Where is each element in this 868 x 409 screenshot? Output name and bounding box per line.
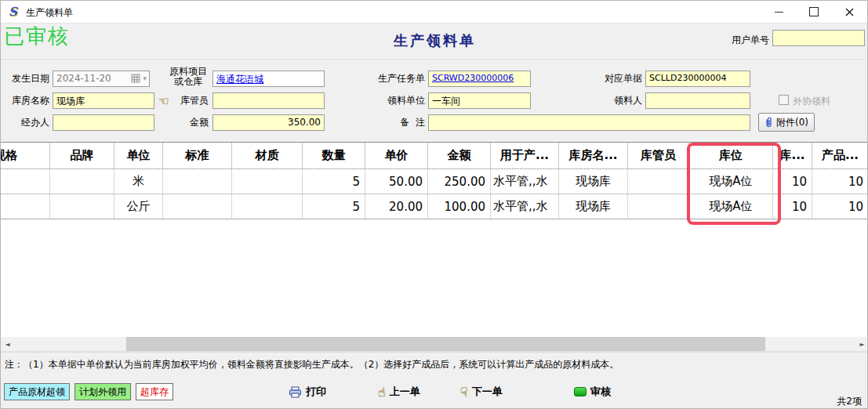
requisition-unit-input[interactable]: 一车间 [428, 92, 531, 109]
material-project-input[interactable]: 海通花语城 [212, 71, 325, 87]
production-requisition-window: S 生产领料单 已审核 生产领料单 用户单号 发生日期 2024-11-20 ▾… [0, 0, 868, 409]
approve-icon [574, 387, 587, 396]
table-row[interactable]: 米550.00250.00水平管,,水现场库现场A位1010 [1, 169, 868, 194]
maximize-button[interactable] [801, 1, 826, 23]
picker-input[interactable] [645, 92, 750, 109]
cell-location[interactable]: 现场A位 [689, 169, 773, 194]
column-header-keeper: 库管员 [628, 143, 689, 168]
column-header-unit: 单位 [114, 143, 163, 168]
header-divider [1, 60, 868, 61]
scrollbar-thumb[interactable] [126, 337, 765, 351]
cell-qty[interactable]: 5 [303, 194, 365, 219]
cell-qty[interactable]: 5 [303, 169, 365, 194]
next-doc-button[interactable]: ☟ 下一单 [460, 382, 503, 401]
close-button[interactable] [837, 1, 862, 23]
cell-product[interactable]: 10 [812, 169, 868, 194]
attachment-button[interactable]: 附件(0) [758, 113, 815, 132]
note-text: 注：（1）本单据中单价默认为当前库房加权平均价，领料金额将直接影响生产成本。（2… [5, 358, 619, 371]
scroll-left-button[interactable]: ◄ [1, 337, 14, 351]
previous-doc-button[interactable]: ☝ 上一单 [378, 382, 420, 401]
column-header-used_for: 用于产... [491, 143, 559, 168]
material-project-link[interactable]: 海通花语城 [216, 74, 263, 85]
cell-price[interactable]: 50.00 [365, 169, 428, 194]
warehouse-name-label: 库房名称 [1, 95, 49, 107]
warehouse-name-input[interactable]: 现场库 [53, 92, 154, 109]
issue-date-label: 发生日期 [1, 73, 49, 85]
cell-unit[interactable]: 米 [114, 169, 163, 194]
material-project-label-line2: 或仓库 [166, 77, 210, 87]
table-row[interactable]: 公斤520.00100.00水平管,,水现场库现场A位1010 [1, 194, 868, 219]
legend-over-stock[interactable]: 超库存 [136, 383, 173, 400]
cell-amount[interactable]: 100.00 [428, 194, 491, 219]
task-order-input[interactable]: SCRWD230000006 [428, 71, 531, 87]
related-doc-label: 对应单据 [592, 73, 642, 85]
task-order-link[interactable]: SCRWD230000006 [432, 73, 514, 83]
cell-material[interactable] [232, 169, 303, 194]
table-body: 米550.00250.00水平管,,水现场库现场A位1010公斤520.0010… [1, 169, 868, 219]
cell-warehouse[interactable]: 现场库 [559, 194, 628, 219]
scroll-right-icon: ► [859, 341, 864, 348]
legend-product-material-overdraw[interactable]: 产品原材超领 [4, 383, 70, 400]
scroll-right-button[interactable]: ► [855, 337, 868, 351]
column-header-location: 库位 [689, 143, 773, 168]
approve-button[interactable]: 审核 [574, 382, 611, 401]
cell-standard[interactable] [163, 194, 232, 219]
user-no-label: 用户单号 [728, 34, 769, 46]
outsource-checkbox[interactable] [779, 95, 789, 105]
date-dropdown-icon[interactable]: ▾ [143, 74, 147, 82]
amount-input[interactable]: 350.00 [212, 114, 325, 131]
print-button[interactable]: 打印 [289, 382, 326, 401]
next-doc-label: 下一单 [472, 385, 503, 399]
column-header-price: 单价 [365, 143, 428, 168]
previous-doc-label: 上一单 [390, 385, 420, 399]
cell-brand[interactable] [50, 169, 114, 194]
column-header-material: 材质 [232, 143, 303, 168]
print-label: 打印 [306, 385, 326, 399]
column-header-amount: 金额 [428, 143, 491, 168]
cell-material[interactable] [232, 194, 303, 219]
handler-input[interactable] [53, 114, 154, 131]
requisition-unit-label: 领料单位 [362, 95, 425, 107]
warehouse-keeper-label: 库管员 [173, 95, 209, 107]
hand-up-icon: ☝ [378, 385, 386, 400]
cell-unit[interactable]: 公斤 [114, 194, 163, 219]
minimize-button[interactable] [766, 1, 791, 23]
legend-unplanned-requisition[interactable]: 计划外领用 [74, 383, 131, 400]
horizontal-scrollbar[interactable]: ◄ ► [1, 337, 868, 352]
cell-brand[interactable] [50, 194, 114, 219]
printer-icon [289, 386, 302, 398]
cell-product[interactable]: 10 [812, 194, 868, 219]
cell-keeper[interactable] [628, 194, 689, 219]
cell-amount[interactable]: 250.00 [428, 169, 491, 194]
item-count: 共2项 [837, 395, 862, 408]
cell-location[interactable]: 现场A位 [689, 194, 773, 219]
cell-stock[interactable]: 10 [773, 194, 812, 219]
cell-keeper[interactable] [628, 169, 689, 194]
hand-pointer-left-icon[interactable]: ☜ [158, 94, 169, 108]
items-table: 规格品牌单位标准材质数量单价金额用于产...库房名...库管员库位库...产品.… [1, 142, 868, 337]
cell-spec[interactable] [1, 169, 50, 194]
column-header-qty: 数量 [303, 143, 365, 168]
hand-down-icon: ☟ [460, 385, 468, 400]
warehouse-keeper-input[interactable] [212, 92, 325, 109]
cell-spec[interactable] [1, 194, 50, 219]
cell-stock[interactable]: 10 [773, 169, 812, 194]
material-project-label: 原料项目 或仓库 [166, 67, 210, 87]
task-order-label: 生产任务单 [362, 73, 425, 85]
table-header-row: 规格品牌单位标准材质数量单价金额用于产...库房名...库管员库位库...产品.… [1, 143, 868, 169]
close-icon [845, 8, 854, 16]
cell-used_for[interactable]: 水平管,,水 [491, 169, 559, 194]
cell-used_for[interactable]: 水平管,,水 [491, 194, 559, 219]
attachment-label: 附件(0) [776, 116, 808, 129]
picker-label: 领料人 [592, 95, 642, 107]
user-no-input[interactable] [772, 30, 865, 46]
related-doc-input[interactable]: SCLLD230000004 [645, 71, 750, 87]
remark-input[interactable] [428, 114, 750, 131]
column-header-standard: 标准 [163, 143, 232, 168]
issue-date-input[interactable]: 2024-11-20 ▾ [53, 71, 150, 87]
outsource-label: 外协领料 [793, 95, 830, 108]
cell-price[interactable]: 20.00 [365, 194, 428, 219]
title-bar: S 生产领料单 [1, 1, 868, 24]
cell-standard[interactable] [163, 169, 232, 194]
cell-warehouse[interactable]: 现场库 [559, 169, 628, 194]
